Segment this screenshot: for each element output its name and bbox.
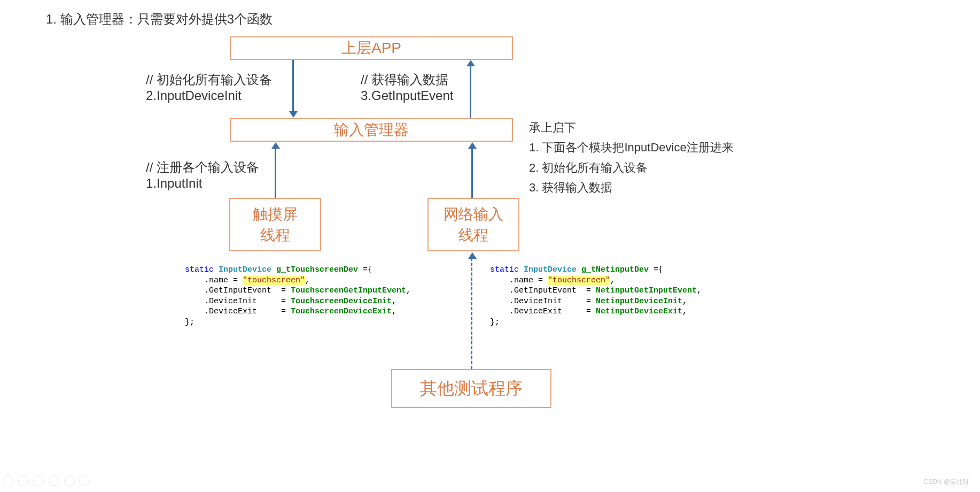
label-reg-fn: 1.InputInit (146, 176, 202, 191)
code-f2v: TouchscreenDeviceInit (291, 297, 392, 306)
foot-icon (18, 475, 29, 486)
label-reg-comment: // 注册各个输入设备 (146, 159, 259, 176)
side-notes: 承上启下 1. 下面各个模块把InputDevice注册进来 2. 初始化所有输… (529, 118, 734, 198)
code-net: static InputDevice g_tNetinputDev ={ .na… (490, 265, 702, 327)
box-net: 网络输入 线程 (427, 198, 519, 251)
arrow-touch-to-mgr (275, 148, 276, 198)
page-title: 1. 输入管理器：只需要对外提供3个函数 (46, 11, 273, 28)
kw-static: static (490, 265, 519, 274)
label-get-fn: 3.GetInputEvent (361, 88, 453, 103)
code-f1k: .GetInputEvent (204, 286, 271, 295)
kw-type: InputDevice (524, 265, 577, 274)
footer-toolbar (3, 474, 91, 489)
foot-icon (33, 475, 44, 486)
foot-icon (49, 475, 59, 486)
foot-icon (3, 475, 13, 486)
code-touch: static InputDevice g_tTouchscreenDev ={ … (185, 265, 411, 327)
side-line-3: 3. 获得输入数据 (529, 178, 734, 197)
side-line-1: 1. 下面各个模块把InputDevice注册进来 (529, 137, 734, 157)
code-f1k: .GetInputEvent (509, 286, 577, 295)
foot-icon (79, 475, 90, 486)
box-app: 上层APP (230, 36, 513, 60)
box-manager: 输入管理器 (230, 118, 513, 142)
code-name-v: "touchscreen" (548, 276, 610, 285)
var-name: g_tNetinputDev (581, 265, 649, 274)
box-touch: 触摸屏 线程 (229, 198, 321, 251)
code-name-k: .name (509, 276, 533, 285)
label-init-comment: // 初始化所有输入设备 (146, 71, 272, 88)
arrow-net-to-mgr (471, 148, 473, 198)
arrow-other-to-net (471, 258, 472, 369)
kw-static: static (185, 265, 214, 274)
code-eq: ={ (358, 265, 372, 274)
box-other: 其他测试程序 (391, 369, 551, 408)
label-get-comment: // 获得输入数据 (361, 71, 448, 88)
label-init-fn: 2.InputDeviceInit (146, 88, 242, 103)
code-f3v: TouchscreenDeviceExit (291, 307, 392, 316)
arrow-mgr-to-app (470, 65, 471, 118)
code-f3k: .DeviceExit (204, 307, 257, 316)
code-eq: ={ (649, 265, 663, 274)
code-f3v: NetinputDeviceExit (596, 307, 682, 316)
code-f2v: NetinputDeviceInit (596, 297, 682, 306)
foot-icon (64, 475, 75, 486)
side-heading: 承上启下 (529, 118, 734, 137)
code-f2k: .DeviceInit (204, 297, 257, 306)
code-f2k: .DeviceInit (509, 297, 562, 306)
watermark: CSDN @妄北呀 (923, 478, 969, 487)
kw-type: InputDevice (219, 265, 271, 274)
code-f1v: NetinputGetInputEvent (596, 286, 697, 295)
code-end: }; (185, 318, 195, 327)
code-f1v: TouchscreenGetInputEvent (291, 286, 406, 295)
code-end: }; (490, 318, 500, 327)
code-name-v: "touchscreen" (243, 276, 305, 285)
arrow-app-to-mgr (292, 60, 294, 112)
code-f3k: .DeviceExit (509, 307, 562, 316)
side-line-2: 2. 初始化所有输入设备 (529, 158, 734, 178)
var-name: g_tTouchscreenDev (276, 265, 358, 274)
code-name-k: .name (204, 276, 228, 285)
